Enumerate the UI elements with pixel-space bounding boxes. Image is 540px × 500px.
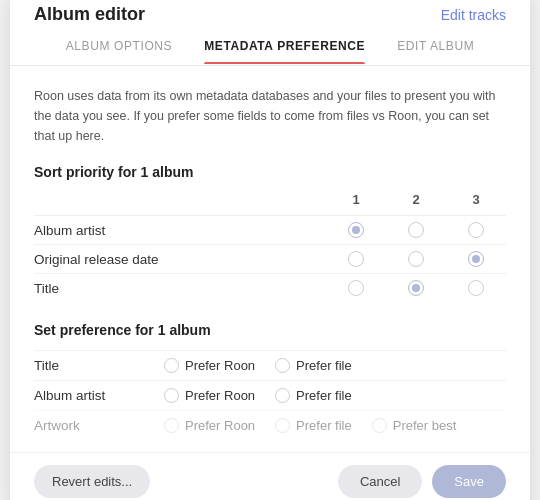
footer-actions: Cancel Save (338, 465, 506, 498)
tab-metadata-preference[interactable]: METADATA PREFERENCE (204, 39, 365, 65)
pref-row-album-artist: Album artist Prefer Roon Prefer file (34, 380, 506, 410)
pref-artwork-prefer-best[interactable]: Prefer best (372, 418, 457, 433)
modal-title: Album editor (34, 4, 145, 25)
tab-album-options[interactable]: ALBUM OPTIONS (66, 39, 172, 65)
sort-row-release-date: Original release date (34, 244, 506, 273)
sort-radio-title-2[interactable] (386, 280, 446, 296)
pref-section: Set preference for 1 album Title Prefer … (34, 322, 506, 440)
save-button[interactable]: Save (432, 465, 506, 498)
album-editor-modal: Album editor Edit tracks ALBUM OPTIONS M… (10, 0, 530, 500)
sort-radio-release-1[interactable] (326, 251, 386, 267)
sort-col-2: 2 (386, 192, 446, 207)
revert-edits-button[interactable]: Revert edits... (34, 465, 150, 498)
pref-artist-prefer-roon[interactable]: Prefer Roon (164, 388, 255, 403)
modal-header: Album editor Edit tracks (10, 0, 530, 25)
sort-header-row: 1 2 3 (34, 192, 506, 207)
pref-artwork-prefer-roon[interactable]: Prefer Roon (164, 418, 255, 433)
cancel-button[interactable]: Cancel (338, 465, 422, 498)
sort-radio-title-1[interactable] (326, 280, 386, 296)
sort-row-album-artist: Album artist (34, 215, 506, 244)
metadata-description: Roon uses data from its own metadata dat… (34, 86, 506, 146)
sort-radio-album-artist-2[interactable] (386, 222, 446, 238)
pref-title-prefer-file[interactable]: Prefer file (275, 358, 352, 373)
pref-artwork-prefer-file[interactable]: Prefer file (275, 418, 352, 433)
tab-content: Roon uses data from its own metadata dat… (10, 66, 530, 452)
sort-section-title: Sort priority for 1 album (34, 164, 506, 180)
pref-artist-prefer-file[interactable]: Prefer file (275, 388, 352, 403)
pref-row-artwork: Artwork Prefer Roon Prefer file Prefer b… (34, 410, 506, 440)
sort-radio-release-3[interactable] (446, 251, 506, 267)
sort-radio-release-2[interactable] (386, 251, 446, 267)
pref-title-prefer-roon[interactable]: Prefer Roon (164, 358, 255, 373)
tab-edit-album[interactable]: EDIT ALBUM (397, 39, 474, 65)
edit-tracks-link[interactable]: Edit tracks (441, 7, 506, 23)
pref-row-title: Title Prefer Roon Prefer file (34, 350, 506, 380)
modal-footer: Revert edits... Cancel Save (10, 452, 530, 500)
sort-radio-title-3[interactable] (446, 280, 506, 296)
sort-col-3: 3 (446, 192, 506, 207)
sort-col-1: 1 (326, 192, 386, 207)
sort-row-title: Title (34, 273, 506, 302)
sort-priority-table: 1 2 3 Album artist (34, 192, 506, 302)
sort-radio-album-artist-3[interactable] (446, 222, 506, 238)
tab-bar: ALBUM OPTIONS METADATA PREFERENCE EDIT A… (10, 25, 530, 66)
sort-radio-album-artist-1[interactable] (326, 222, 386, 238)
pref-section-title: Set preference for 1 album (34, 322, 506, 338)
